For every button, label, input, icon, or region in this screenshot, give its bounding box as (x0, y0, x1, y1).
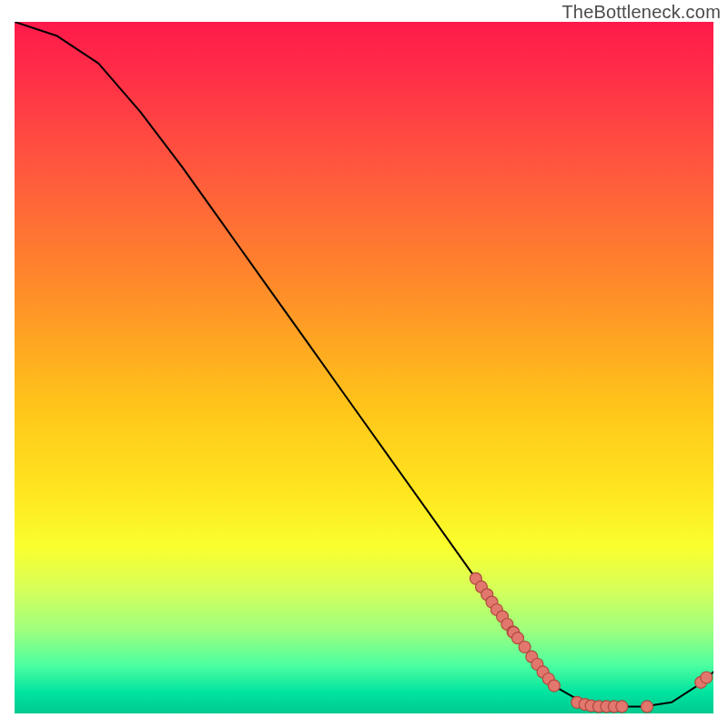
chart-container: TheBottleneck.com (0, 0, 728, 728)
chart-svg (15, 22, 713, 713)
plot-area (15, 22, 713, 713)
data-point (642, 701, 653, 713)
data-points (470, 572, 712, 713)
watermark-text: TheBottleneck.com (561, 2, 721, 23)
data-point (548, 680, 560, 692)
data-point (616, 701, 628, 713)
data-point (701, 672, 713, 683)
bottleneck-curve (15, 22, 713, 706)
